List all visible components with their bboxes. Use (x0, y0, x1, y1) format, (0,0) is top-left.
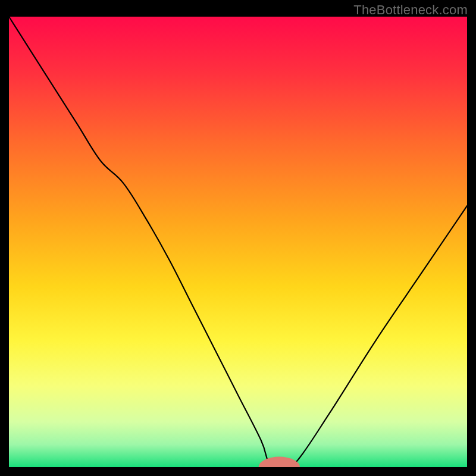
watermark-text: TheBottleneck.com (353, 2, 468, 18)
gradient-background (9, 17, 467, 467)
chart-frame: TheBottleneck.com (0, 0, 476, 476)
bottleneck-chart (9, 17, 467, 467)
plot-area (9, 17, 467, 467)
